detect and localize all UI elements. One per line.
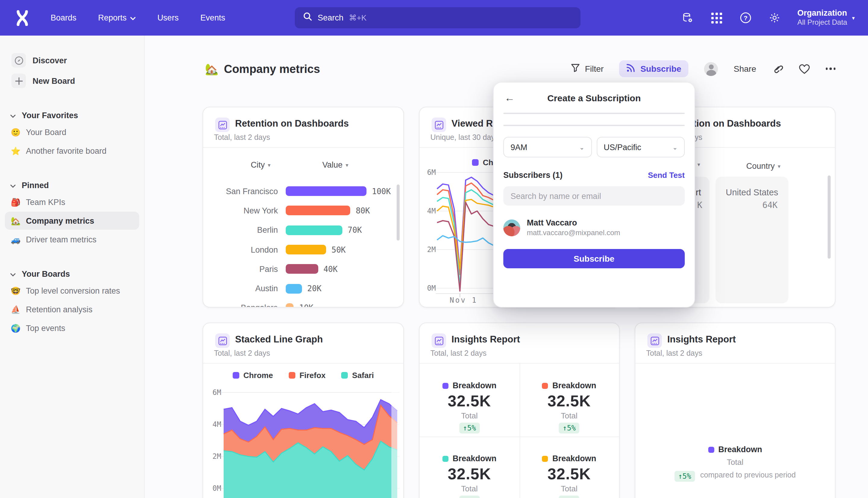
share-button[interactable]: Share: [734, 64, 756, 74]
timezone-select[interactable]: US/Pacific ⌄: [597, 137, 685, 157]
sidebar-section-header[interactable]: Pinned: [0, 178, 144, 192]
data-management-icon[interactable]: [682, 12, 694, 24]
metric-tile[interactable]: Breakdown32.5KTotal↑5%: [519, 364, 619, 436]
legend-item-safari[interactable]: Safari: [341, 371, 374, 380]
metric-tile[interactable]: Breakdown Total ↑5% compared to previous…: [635, 428, 835, 482]
back-arrow-icon[interactable]: ←: [505, 92, 515, 104]
board-emoji: 🏡: [10, 216, 21, 225]
legend-item-chrome[interactable]: Chrome: [232, 371, 273, 380]
metric-tile[interactable]: Breakdown32.5KTotal↑5%: [419, 436, 519, 498]
table-row[interactable]: Paris40K: [203, 259, 403, 279]
chevron-down-icon: [10, 268, 16, 279]
sort-icon: ▾: [268, 162, 271, 168]
sidebar-item-company-metrics[interactable]: 🏡Company metrics: [5, 212, 139, 230]
mixpanel-logo-icon[interactable]: [14, 10, 30, 26]
stacked-area-chart: [221, 390, 400, 498]
sidebar-section-header[interactable]: Your Favorites: [0, 108, 144, 122]
modal-subscribe-button[interactable]: Subscribe: [503, 249, 685, 268]
table-row[interactable]: Austin20K: [203, 279, 403, 299]
time-select[interactable]: 9AM ⌄: [503, 137, 592, 157]
column-header-hidden[interactable]: ▾: [697, 161, 700, 168]
y-tick: 6M: [205, 388, 221, 397]
sidebar-item-driver-team-metrics[interactable]: 🚙Driver team metrics: [5, 230, 139, 248]
sidebar-section-title: Your Boards: [22, 269, 70, 278]
scrollbar[interactable]: [828, 175, 831, 259]
sidebar-section-header[interactable]: Your Boards: [0, 266, 144, 281]
country-tile-united-states[interactable]: United States 64K: [716, 176, 788, 303]
column-header-value[interactable]: Value▾: [322, 160, 348, 169]
metric-tile[interactable]: Breakdown32.5KTotal↑5%: [419, 364, 519, 436]
sort-icon: ▾: [778, 163, 780, 169]
metric-value: 32.5K: [548, 465, 591, 484]
legend-item-firefox[interactable]: Firefox: [289, 371, 326, 380]
metric-header: Breakdown: [442, 381, 497, 390]
sidebar-item-your-board[interactable]: 🙂Your Board: [5, 123, 139, 141]
y-tick: 4M: [420, 207, 436, 215]
card-stacked-line-graph: Stacked Line Graph Total, last 2 days Ch…: [202, 323, 404, 498]
settings-gear-icon[interactable]: [769, 12, 780, 24]
metric-header: Breakdown: [542, 454, 597, 463]
sidebar-item-label: Top events: [26, 324, 65, 332]
apps-grid-icon[interactable]: [711, 12, 723, 24]
sidebar-item-new-board[interactable]: New Board: [7, 72, 139, 90]
table-row[interactable]: San Francisco100K: [203, 182, 403, 201]
avatar[interactable]: [704, 62, 718, 76]
metric-tile[interactable]: Breakdown32.5KTotal↑5%: [519, 436, 619, 498]
nav-item-users[interactable]: Users: [157, 13, 179, 22]
card-subtitle: Total, last 2 days: [214, 349, 270, 357]
legend-swatch: [472, 159, 479, 166]
metric-label: Breakdown: [453, 381, 497, 390]
sidebar-item-team-kpis[interactable]: 🎒Team KPIs: [5, 193, 139, 211]
sidebar-item-top-level-conversion-rates[interactable]: 🤓Top level conversion rates: [5, 281, 139, 300]
org-project: All Project Data: [798, 18, 847, 27]
table-row[interactable]: New York80K: [203, 201, 403, 221]
subscriber-email: matt.vaccaro@mixpanel.com: [527, 228, 620, 238]
nav-item-events[interactable]: Events: [200, 13, 225, 22]
nav-item-reports[interactable]: Reports: [98, 13, 136, 22]
metric-value: 32.5K: [448, 465, 491, 484]
comparison-note: compared to previous period: [700, 471, 796, 479]
chart-legend: ChromeFirefoxSafari: [203, 371, 403, 380]
scrollbar[interactable]: [397, 184, 400, 240]
filter-button[interactable]: Filter: [571, 63, 604, 74]
chevron-down-icon: ⌄: [672, 144, 678, 150]
more-options-icon[interactable]: [826, 68, 836, 70]
copy-link-icon[interactable]: [772, 63, 783, 74]
metric-caption: Total: [461, 411, 478, 420]
help-icon[interactable]: ?: [739, 12, 752, 24]
favorite-heart-icon[interactable]: [798, 64, 810, 74]
sidebar-item-another-favorite-board[interactable]: ⭐Another favorite board: [5, 142, 139, 160]
sidebar-item-label: Company metrics: [26, 216, 94, 225]
search-input[interactable]: Search ⌘+K: [295, 7, 580, 28]
send-test-link[interactable]: Send Test: [648, 170, 685, 179]
legend-label: Firefox: [299, 371, 326, 380]
column-header-country[interactable]: Country▾: [746, 161, 780, 171]
sidebar-item-top-events[interactable]: 🌍Top events: [5, 319, 139, 337]
legend-swatch: [442, 456, 449, 461]
subscriber-search-input[interactable]: [503, 186, 685, 206]
card-subtitle: Total, last 2 days: [646, 349, 702, 357]
row-city-label: Bangalore: [203, 304, 278, 307]
funnel-icon: [571, 63, 580, 74]
subscriber-row[interactable]: Matt Vaccaro matt.vaccaro@mixpanel.com: [503, 218, 685, 238]
tile-label: United States: [716, 187, 788, 197]
sidebar-item-label: New Board: [32, 76, 75, 85]
rss-icon: [627, 63, 636, 74]
subscribe-button[interactable]: Subscribe: [619, 60, 689, 77]
table-row[interactable]: Bangalore10K: [203, 299, 403, 307]
table-row[interactable]: London50K: [203, 240, 403, 260]
column-header-city[interactable]: City▾: [251, 160, 271, 169]
sidebar-item-discover[interactable]: Discover: [7, 51, 139, 69]
table-row[interactable]: Berlin70K: [203, 220, 403, 240]
search-icon: [303, 12, 312, 24]
nav-item-boards[interactable]: Boards: [51, 13, 77, 22]
org-project-switcher[interactable]: Organization All Project Data ▾: [798, 8, 855, 27]
row-value-bar: [286, 284, 302, 293]
y-tick: 4M: [205, 420, 221, 429]
metric-caption: Total: [561, 411, 577, 420]
metric-label: Breakdown: [552, 454, 597, 463]
row-value-label: 100K: [372, 187, 391, 196]
sidebar-item-retention-analysis[interactable]: ⛵Retention analysis: [5, 300, 139, 318]
plus-icon: [12, 74, 26, 88]
legend-swatch: [341, 372, 348, 379]
